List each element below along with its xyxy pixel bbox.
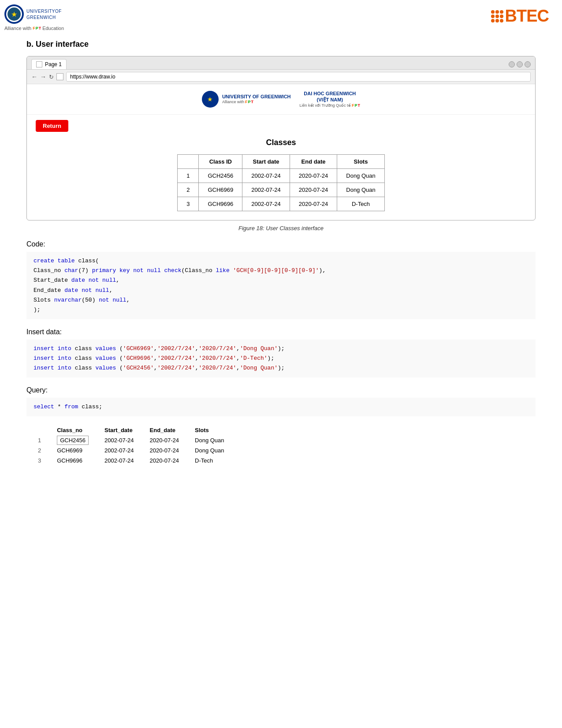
btec-dot-4: [491, 15, 495, 18]
row-slots: Dong Quan: [337, 183, 385, 197]
browser-tab[interactable]: Page 1: [31, 59, 67, 69]
address-bar[interactable]: https://www.draw.io: [66, 72, 531, 82]
app-logo-circle: ★: [202, 91, 219, 108]
app-dai-hoc-title: DAI HOC GREENWICH: [300, 90, 361, 97]
query-table-body: 1 GCH2456 2002-07-24 2020-07-24 Dong Qua…: [35, 435, 238, 466]
classes-table-row: 1 GCH2456 2002-07-24 2020-07-24 Dong Qua…: [178, 169, 385, 183]
query-table-row: 1 GCH2456 2002-07-24 2020-07-24 Dong Qua…: [35, 435, 238, 445]
app-fpt-t: T: [251, 100, 253, 105]
univ-name-line2: GREENWICH: [26, 15, 56, 20]
classes-table: Class ID Start date End date Slots 1 GCH…: [177, 154, 385, 211]
classes-table-header-row: Class ID Start date End date Slots: [178, 155, 385, 169]
insert-code-block: insert into class values ('GCH6969','200…: [26, 340, 536, 377]
btec-dot-3: [500, 10, 503, 14]
app-fpt-logo: FPT: [245, 100, 253, 105]
col-end-date-header: End date: [290, 155, 337, 169]
query-row-start: 2002-07-24: [102, 435, 147, 445]
query-col-start-header: Start_date: [102, 425, 147, 435]
univ-name-line1: UNIVERSITY: [26, 9, 55, 14]
classes-table-row: 3 GCH9696 2002-07-24 2020-07-24 D-Tech: [178, 197, 385, 211]
university-branding: ★ UNIVERSITYof GREENWICH Alliance with F…: [4, 4, 64, 31]
browser-window-controls: [509, 61, 531, 69]
alliance-text: Alliance with FPT Education: [4, 26, 64, 31]
university-logo-star: ★: [11, 10, 17, 19]
university-logo: ★ UNIVERSITYof GREENWICH: [4, 4, 62, 24]
alliance-label: Alliance with: [4, 26, 31, 31]
page-icon: [56, 73, 63, 80]
app-header: ★ UNIVERSITY of GREENWICH Alliance with …: [27, 84, 535, 115]
university-text: UNIVERSITYof GREENWICH: [26, 8, 62, 21]
query-row-num: 1: [35, 435, 54, 445]
query-result-table: Class_no Start_date End_date Slots 1 GCH…: [35, 425, 238, 466]
app-dai-hoc: DAI HOC GREENWICH (VIỆT NAM) Liên kết vớ…: [300, 90, 361, 108]
row-num: 2: [178, 183, 199, 197]
browser-tab-bar: Page 1: [27, 56, 535, 70]
browser-nav-bar: ← → ↻ https://www.draw.io: [27, 70, 535, 84]
app-logo-star: ★: [207, 96, 213, 103]
query-col-num-header: [35, 425, 54, 435]
alliance-suffix: Education: [42, 26, 64, 31]
row-end: 2020-07-24: [290, 183, 337, 197]
back-button[interactable]: ←: [31, 73, 37, 80]
query-row-class-no: GCH9696: [54, 455, 102, 466]
query-code-block: select * from class;: [26, 398, 536, 416]
query-row-num: 2: [35, 445, 54, 455]
row-class-id: GCH9696: [199, 197, 242, 211]
query-col-end-header: End_date: [147, 425, 193, 435]
classes-title: Classes: [27, 138, 535, 147]
browser-app-content: ★ UNIVERSITY of GREENWICH Alliance with …: [27, 84, 535, 220]
btec-dot-5: [495, 15, 499, 18]
app-alliance-text: Alliance with: [222, 100, 244, 105]
query-table-row: 3 GCH9696 2002-07-24 2020-07-24 D-Tech: [35, 455, 238, 466]
classes-table-row: 2 GCH6969 2002-07-24 2020-07-24 Dong Qua…: [178, 183, 385, 197]
query-row-start: 2002-07-24: [102, 445, 147, 455]
fpt-p: P: [36, 26, 38, 30]
window-control-3[interactable]: [525, 61, 531, 67]
figure-caption: Figure 18: User Classes interface: [26, 225, 536, 231]
fpt-t: T: [39, 26, 41, 30]
row-start: 2002-07-24: [242, 169, 290, 183]
col-num-header: [178, 155, 199, 169]
query-col-class-no-header: Class_no: [54, 425, 102, 435]
row-start: 2002-07-24: [242, 197, 290, 211]
row-class-id: GCH2456: [199, 169, 242, 183]
university-logo-circle: ★: [4, 4, 24, 24]
col-start-date-header: Start date: [242, 155, 290, 169]
univ-name-of: of: [55, 9, 62, 14]
classes-table-body: 1 GCH2456 2002-07-24 2020-07-24 Dong Qua…: [178, 169, 385, 211]
forward-button[interactable]: →: [40, 73, 46, 80]
row-num: 3: [178, 197, 199, 211]
btec-dot-1: [491, 10, 495, 14]
browser-tab-label: Page 1: [45, 61, 62, 67]
query-row-end: 2020-07-24: [147, 445, 193, 455]
btec-logo: BTEC: [487, 4, 553, 28]
app-fpt-p: P: [248, 100, 250, 105]
university-logo-inner: ★: [6, 6, 22, 22]
reload-button[interactable]: ↻: [49, 74, 54, 80]
code-section: Code: create table class( Class_no char(…: [26, 240, 536, 319]
app-dai-hoc-fpt: FPT: [352, 103, 360, 108]
window-control-1[interactable]: [509, 61, 515, 67]
app-fpt-f: F: [245, 100, 248, 105]
row-start: 2002-07-24: [242, 183, 290, 197]
return-button[interactable]: Return: [36, 120, 68, 132]
fpt-logo: FPT: [33, 26, 41, 30]
insert-section: Insert data: insert into class values ('…: [26, 328, 536, 377]
query-table-row: 2 GCH6969 2002-07-24 2020-07-24 Dong Qua…: [35, 445, 238, 455]
query-row-class-no: GCH2456: [54, 435, 102, 445]
window-control-2[interactable]: [517, 61, 523, 67]
code-label: Code:: [26, 240, 536, 248]
query-result-wrap: Class_no Start_date End_date Slots 1 GCH…: [26, 425, 536, 466]
row-num: 1: [178, 169, 199, 183]
app-dai-hoc-link: Liên kết với Trường Quốc tế FPT: [300, 103, 361, 108]
query-row-end: 2020-07-24: [147, 455, 193, 466]
university-name: UNIVERSITYof GREENWICH: [26, 8, 62, 21]
section-b-heading: b. User interface: [26, 40, 536, 49]
btec-dot-9: [500, 19, 503, 22]
row-end: 2020-07-24: [290, 169, 337, 183]
query-section: Query: select * from class;: [26, 386, 536, 416]
btec-text: BTEC: [505, 7, 549, 26]
row-slots: Dong Quan: [337, 169, 385, 183]
app-dai-hoc-sub: (VIỆT NAM): [300, 97, 361, 103]
query-row-start: 2002-07-24: [102, 455, 147, 466]
